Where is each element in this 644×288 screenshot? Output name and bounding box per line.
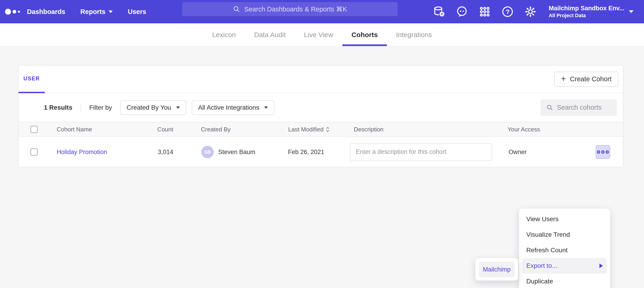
primary-nav: Dashboards Reports Users — [27, 8, 146, 16]
created-by-filter-dropdown[interactable]: Created By You — [120, 100, 186, 115]
cohorts-card-header: USER + Create Cohort — [18, 65, 623, 93]
gear-icon[interactable] — [524, 5, 537, 18]
dropdown-value: Created By You — [126, 104, 171, 111]
tab-lexicon[interactable]: Lexicon — [203, 23, 245, 46]
nav-item-label: Dashboards — [27, 8, 65, 16]
tab-cohorts[interactable]: Cohorts — [342, 23, 387, 46]
dot-icon — [597, 151, 600, 154]
cohort-context-menu: View Users Visualize Trend Refresh Count… — [519, 208, 610, 288]
select-all-checkbox[interactable] — [30, 126, 38, 133]
help-icon[interactable]: ? — [501, 5, 514, 18]
column-header-last-modified[interactable]: Last Modified — [288, 126, 330, 133]
avatar: SB — [201, 146, 214, 158]
created-by-name: Steven Baum — [218, 148, 255, 156]
column-header-count[interactable]: Count — [128, 126, 173, 133]
global-search-bar[interactable]: Search Dashboards & Reports ⌘K — [182, 2, 398, 16]
search-icon — [233, 6, 240, 13]
project-info: Mailchimp Sandbox Env... All Project Dat… — [549, 5, 624, 19]
sort-icon — [326, 126, 330, 132]
last-modified-date: Feb 26, 2021 — [288, 148, 324, 156]
cohorts-filter-row: 1 Results Filter by Created By You All A… — [18, 93, 623, 122]
menu-item-visualize-trend[interactable]: Visualize Trend — [519, 227, 610, 242]
cohorts-main: USER + Create Cohort 1 Results Filter by… — [0, 46, 644, 288]
access-level: Owner — [508, 148, 527, 156]
chevron-down-icon — [264, 106, 268, 109]
column-header-label: Last Modified — [288, 126, 324, 133]
integrations-filter-dropdown[interactable]: All Active Integrations — [192, 100, 274, 115]
chevron-right-icon — [600, 263, 603, 268]
column-header-description[interactable]: Description — [354, 126, 384, 133]
apps-grid-icon[interactable] — [478, 5, 491, 18]
global-search-placeholder: Search Dashboards & Reports ⌘K — [244, 5, 347, 13]
row-overflow-menu-button[interactable] — [596, 145, 610, 159]
data-management-subnav: Lexicon Data Audit Live View Cohorts Int… — [0, 23, 644, 46]
tab-label: Data Audit — [254, 31, 286, 39]
chevron-down-icon — [176, 106, 180, 109]
topnav-right-cluster: ? Mailchimp Sandbox Env... — [432, 0, 644, 23]
row-checkbox[interactable] — [30, 148, 38, 156]
data-settings-icon[interactable] — [432, 5, 446, 18]
dot-icon — [601, 151, 604, 154]
search-cohorts-input[interactable] — [557, 104, 612, 111]
tab-label: Lexicon — [212, 31, 236, 39]
cohort-description-input[interactable] — [350, 143, 492, 161]
tab-label: Live View — [304, 31, 333, 39]
nav-item-dashboards[interactable]: Dashboards — [27, 8, 65, 16]
mixpanel-logo[interactable] — [0, 7, 27, 16]
tab-data-audit[interactable]: Data Audit — [245, 23, 295, 46]
chevron-down-icon — [108, 11, 113, 13]
create-cohort-label: Create Cohort — [570, 75, 612, 83]
search-cohorts-box — [540, 99, 617, 116]
table-row: Holiday Promotion 3,014 SB Steven Baum F… — [18, 137, 623, 167]
search-icon — [546, 104, 553, 111]
user-tab-label: USER — [24, 76, 40, 82]
menu-item-label: Export to... — [526, 258, 557, 273]
export-submenu: Mailchimp — [475, 258, 518, 281]
menu-item-refresh-count[interactable]: Refresh Count — [519, 242, 610, 258]
tab-integrations[interactable]: Integrations — [387, 23, 441, 46]
column-header-created-by[interactable]: Created By — [201, 126, 230, 133]
chevron-down-icon — [629, 10, 634, 13]
column-header-cohort-name[interactable]: Cohort Name — [57, 126, 92, 133]
mixpanel-dots-icon — [5, 7, 22, 16]
tab-live-view[interactable]: Live View — [295, 23, 342, 46]
plus-icon: + — [561, 75, 566, 83]
tab-user-cohorts[interactable]: USER — [18, 65, 45, 93]
project-name: Mailchimp Sandbox Env... — [549, 5, 624, 12]
project-switcher[interactable]: Mailchimp Sandbox Env... All Project Dat… — [549, 5, 634, 19]
menu-item-duplicate[interactable]: Duplicate — [519, 273, 610, 288]
svg-text:?: ? — [506, 8, 510, 15]
create-cohort-button[interactable]: + Create Cohort — [554, 72, 618, 87]
cohorts-card: USER + Create Cohort 1 Results Filter by… — [18, 65, 624, 167]
column-header-your-access[interactable]: Your Access — [508, 126, 540, 133]
project-scope: All Project Data — [549, 13, 624, 18]
tab-label: Integrations — [396, 31, 432, 39]
results-count: 1 Results — [44, 104, 72, 111]
cohort-name-link[interactable]: Holiday Promotion — [57, 148, 107, 156]
tab-label: Cohorts — [352, 31, 378, 39]
feedback-icon[interactable] — [456, 5, 468, 18]
filter-by-label: Filter by — [89, 104, 112, 111]
divider — [81, 103, 81, 112]
menu-item-export-to[interactable]: Export to... — [522, 258, 607, 273]
nav-item-label: Users — [128, 8, 146, 16]
dropdown-value: All Active Integrations — [198, 104, 260, 111]
menu-item-view-users[interactable]: View Users — [519, 211, 610, 227]
dot-icon — [606, 151, 609, 154]
submenu-item-mailchimp[interactable]: Mailchimp — [479, 262, 514, 277]
cohorts-table-header: Cohort Name Count Created By Last Modifi… — [18, 122, 623, 137]
nav-item-reports[interactable]: Reports — [80, 8, 113, 16]
nav-item-users[interactable]: Users — [128, 8, 146, 16]
nav-item-label: Reports — [80, 8, 106, 16]
cohort-count: 3,014 — [128, 148, 173, 156]
top-nav: Dashboards Reports Users Search Dashboar… — [0, 0, 644, 23]
